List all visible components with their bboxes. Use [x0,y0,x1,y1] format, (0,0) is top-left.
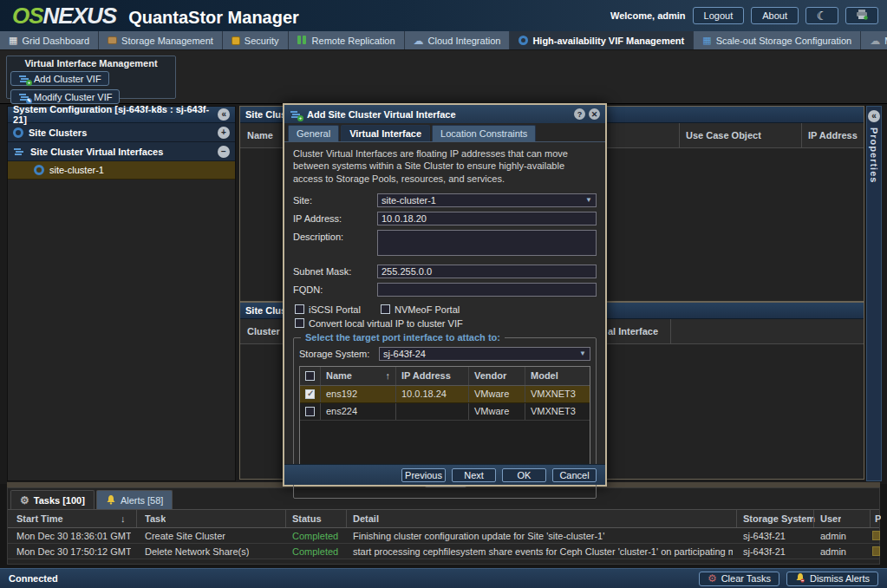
sidebar-item-site-cluster-vifs[interactable]: Site Cluster Virtual Interfaces − [8,142,235,161]
description-label: Description: [293,230,377,242]
storage-system-select[interactable]: sj-643f-24 ▼ [379,347,590,361]
column-use-case-object[interactable]: Use Case Object [686,130,761,140]
column-clipped[interactable]: P [875,513,881,524]
cell-detail: start processing cephfilesystem share ev… [353,546,733,557]
column-start-time[interactable]: Start Time [16,513,63,524]
row-checkbox[interactable] [305,407,315,416]
tab-tasks[interactable]: ⚙ Tasks [100] [10,490,95,509]
site-selected-value: site-cluster-1 [382,195,436,206]
expand-properties-icon[interactable]: « [868,110,880,122]
ip-address-field[interactable] [377,212,597,225]
properties-collapsed-panel[interactable]: « Properties [866,106,882,481]
cell-storage-system: sj-643f-21 [743,531,786,541]
site-label: Site: [293,193,377,206]
expand-icon[interactable]: + [218,127,230,139]
storage-system-label: Storage System: [299,349,379,359]
column-detail[interactable]: Detail [353,513,379,524]
tasks-panel: ⚙ Tasks [100] Alerts [58] Start Time ↓ T… [7,487,880,565]
next-button[interactable]: Next [452,468,496,482]
logout-button[interactable]: Logout [693,7,745,24]
tab-multitenancy[interactable]: ☁ Multitenancy [861,31,887,49]
column-virtual-interface-fragment[interactable]: al Interface [608,326,658,336]
column-ip-address[interactable]: IP Address [808,130,858,140]
cell-ip [396,403,469,420]
cell-ip: 10.0.18.24 [396,386,469,402]
collapse-sidebar-icon[interactable]: « [218,108,230,121]
replication-icon [297,36,308,46]
cloud-icon: ☁ [414,36,424,46]
column-name[interactable]: Name [247,130,273,140]
nvmeof-portal-checkbox[interactable] [381,304,390,314]
subnet-mask-label: Subnet Mask: [293,265,377,277]
tab-label: Security [245,36,279,46]
cell-task: Create Site Cluster [145,531,225,541]
cell-start-time: Mon Dec 30 18:36:01 GMT-600... [16,531,131,541]
column-model[interactable]: Model [525,367,590,385]
column-task[interactable]: Task [145,513,166,524]
scaleout-grid-icon: ▦ [702,36,711,45]
about-button[interactable]: About [751,7,799,24]
add-site-cluster-vif-dialog: + Add Site Cluster Virtual Interface ? ✕… [283,103,607,487]
tab-label: Alerts [58] [121,495,164,506]
button-label: Modify Cluster VIF [34,92,112,102]
cell-status: Completed [292,546,338,557]
cancel-button[interactable]: Cancel [552,468,597,482]
cell-user: admin [820,531,846,541]
logo-os-text: OS [12,3,43,29]
print-button[interactable] [845,7,878,24]
cell-status: Completed [292,531,338,541]
tab-ha-vif-management[interactable]: High-availability VIF Management [510,31,694,49]
tab-virtual-interface[interactable]: Virtual Interface [341,125,430,141]
description-field[interactable] [377,230,597,256]
table-row-ens192[interactable]: ens192 10.0.18.24 VMware VMXNET3 [300,386,590,403]
chevron-down-icon: ▼ [579,350,586,357]
tab-remote-replication[interactable]: Remote Replication [289,31,405,49]
moon-icon: ☾ [817,9,828,23]
column-vendor[interactable]: Vendor [469,367,525,385]
tab-scaleout-storage[interactable]: ▦ Scale-out Storage Configuration [694,31,861,49]
previous-button[interactable]: Previous [401,468,446,482]
clear-tasks-button[interactable]: ⚙ Clear Tasks [699,572,779,586]
tab-label: Tasks [100] [34,495,85,506]
subnet-mask-field[interactable] [377,265,597,278]
row-checkbox[interactable] [305,389,315,399]
add-cluster-vif-button[interactable]: + Add Cluster VIF [10,71,109,86]
ip-address-label: IP Address: [293,212,377,224]
select-all-checkbox[interactable] [305,371,315,381]
tab-cloud-integration[interactable]: ☁ Cloud Integration [405,31,511,49]
task-row-create-site-cluster[interactable]: Mon Dec 30 18:36:01 GMT-600... Create Si… [8,528,879,544]
fqdn-field[interactable] [377,283,597,297]
app-header: OSNEXUS QuantaStor Manager Welcome, admi… [0,0,887,31]
column-storage-system[interactable]: Storage System [743,513,815,524]
iscsi-portal-checkbox[interactable] [295,304,304,314]
column-user[interactable]: User [820,513,841,524]
site-select[interactable]: site-cluster-1 ▼ [377,193,597,207]
ok-button[interactable]: OK [502,468,546,482]
close-icon[interactable]: ✕ [589,108,600,120]
collapse-icon[interactable]: − [218,146,230,158]
tab-general[interactable]: General [288,125,339,141]
tab-label: Remote Replication [312,36,395,46]
task-row-delete-network-shares[interactable]: Mon Dec 30 17:50:12 GMT-600... Delete Ne… [8,544,879,559]
column-status[interactable]: Status [292,513,322,524]
tab-alerts[interactable]: Alerts [58] [96,490,173,509]
column-ip-address[interactable]: IP Address [396,367,469,385]
sidebar-item-site-clusters[interactable]: Site Clusters + [8,123,235,142]
help-icon[interactable]: ? [574,108,585,120]
tab-label: Storage Management [121,36,213,46]
tab-location-constraints[interactable]: Location Constraints [432,125,536,141]
table-row-ens224[interactable]: ens224 VMware VMXNET3 [300,403,590,421]
sidebar-item-label: Site Clusters [29,127,87,138]
tasks-header-row: Start Time ↓ Task Status Detail Storage … [8,510,879,528]
modify-cluster-vif-button[interactable]: ✎ Modify Cluster VIF [10,89,120,104]
bell-icon [106,494,116,506]
tab-storage-management[interactable]: Storage Management [99,31,223,49]
cell-task: Delete Network Share(s) [145,546,249,557]
tree-item-site-cluster-1[interactable]: site-cluster-1 [8,161,235,180]
convert-local-vip-checkbox[interactable] [295,318,304,328]
dismiss-alerts-button[interactable]: Dismiss Alerts [786,572,878,586]
tab-security[interactable]: Security [223,31,289,49]
tab-grid-dashboard[interactable]: ▦ Grid Dashboard [0,31,99,49]
theme-toggle-button[interactable]: ☾ [805,7,838,24]
column-name[interactable]: Name↑ [321,367,396,385]
